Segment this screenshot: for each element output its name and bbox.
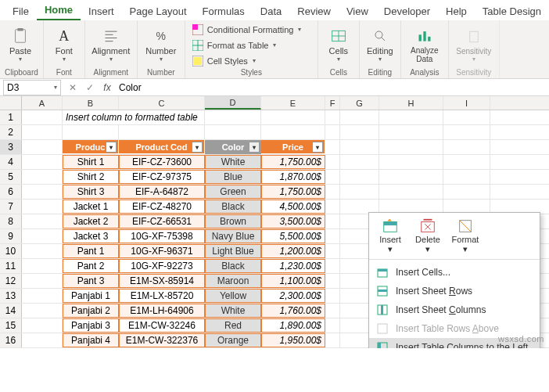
cell[interactable]	[443, 125, 490, 139]
cell[interactable]: EIF-CZ-48270	[119, 200, 205, 214]
cell[interactable]	[379, 170, 443, 184]
cell[interactable]	[443, 140, 490, 154]
cell[interactable]: Green	[205, 185, 261, 199]
cell[interactable]	[325, 244, 340, 258]
cell[interactable]: Blue	[205, 170, 261, 184]
cell[interactable]	[325, 125, 340, 139]
cell[interactable]: EIF-CZ-73600	[119, 155, 205, 169]
row-head[interactable]: 6	[0, 185, 22, 199]
select-all[interactable]	[0, 96, 22, 110]
cell[interactable]	[22, 229, 63, 243]
row-head[interactable]: 14	[0, 304, 22, 318]
cell[interactable]: Shirt 3	[63, 185, 119, 199]
cell[interactable]: 1,750.00$	[261, 155, 325, 169]
tab-view[interactable]: View	[339, 2, 376, 20]
col-head-G[interactable]: G	[340, 96, 379, 110]
cell[interactable]: Shirt 2	[63, 170, 119, 184]
cell[interactable]	[340, 140, 379, 154]
tab-formulas[interactable]: Formulas	[195, 2, 253, 20]
row-head[interactable]: 8	[0, 214, 22, 228]
conditional-formatting-button[interactable]: Conditional Formatting▾	[190, 23, 303, 37]
cell[interactable]	[443, 110, 490, 124]
row-head[interactable]: 1	[0, 110, 22, 124]
cell[interactable]: Navy Blue	[205, 229, 261, 243]
cell[interactable]	[22, 200, 63, 214]
col-head-I[interactable]: I	[443, 96, 490, 110]
cell[interactable]: E1M-SX-85914	[119, 274, 205, 288]
cell[interactable]: EIF-CZ-97375	[119, 170, 205, 184]
cell[interactable]: Pant 1	[63, 244, 119, 258]
cell[interactable]	[443, 185, 490, 199]
cell[interactable]	[325, 140, 340, 154]
cell[interactable]	[340, 155, 379, 169]
cell[interactable]: Red	[205, 318, 261, 333]
col-head-E[interactable]: E	[261, 96, 325, 110]
cell-styles-button[interactable]: Cell Styles▾	[190, 54, 303, 68]
cell[interactable]: Price▾	[261, 140, 325, 154]
cells-button[interactable]: Cells ▾	[323, 23, 354, 68]
cell[interactable]: Black	[205, 259, 261, 273]
cell[interactable]: 1,870.00$	[261, 170, 325, 184]
cell[interactable]	[443, 155, 490, 169]
cell[interactable]	[325, 170, 340, 184]
cell[interactable]: 1,230.00$	[261, 259, 325, 273]
cell[interactable]	[379, 185, 443, 199]
format-as-table-button[interactable]: Format as Table▾	[190, 38, 303, 52]
row-head[interactable]: 9	[0, 229, 22, 243]
row-head[interactable]: 10	[0, 244, 22, 258]
cell[interactable]	[22, 125, 63, 139]
cell[interactable]	[22, 333, 63, 347]
cell[interactable]	[325, 110, 340, 124]
tab-review[interactable]: Review	[289, 2, 339, 20]
insert-split-button[interactable]: Insert▾	[374, 218, 407, 254]
cell[interactable]	[119, 125, 205, 139]
cell[interactable]: E1M-LX-85720	[119, 289, 205, 303]
cell[interactable]: E1M-CW-322376	[119, 333, 205, 347]
filter-button[interactable]: ▾	[249, 142, 260, 153]
cell[interactable]	[22, 289, 63, 303]
cell[interactable]: Light Blue	[205, 244, 261, 258]
cell[interactable]: Jacket 3	[63, 229, 119, 243]
row-head[interactable]: 12	[0, 274, 22, 288]
row-head[interactable]: 15	[0, 318, 22, 333]
cell[interactable]: Insert column to formatted table	[63, 110, 119, 124]
chevron-down-icon[interactable]: ▾	[54, 84, 57, 91]
cell[interactable]	[325, 259, 340, 273]
formula-input[interactable]: Color	[119, 82, 142, 93]
cell[interactable]: 4,500.00$	[261, 200, 325, 214]
cell[interactable]: Orange	[205, 333, 261, 347]
cell[interactable]: 1,890.00$	[261, 318, 325, 333]
cell[interactable]: 10G-XF-96371	[119, 244, 205, 258]
row-head[interactable]: 3	[0, 140, 22, 154]
col-head-C[interactable]: C	[119, 96, 205, 110]
cell[interactable]: White	[205, 155, 261, 169]
cell[interactable]	[325, 185, 340, 199]
cell[interactable]: 1,750.00$	[261, 185, 325, 199]
cell[interactable]	[22, 140, 63, 154]
cell[interactable]: 10G-XF-92273	[119, 259, 205, 273]
cell[interactable]: 1,760.00$	[261, 304, 325, 318]
cell[interactable]	[205, 110, 261, 124]
tab-help[interactable]: Help	[438, 2, 475, 20]
cell[interactable]	[325, 333, 340, 347]
cell[interactable]	[325, 214, 340, 228]
enter-formula-button[interactable]: ✓	[83, 81, 97, 95]
cell[interactable]: 1,950.00$	[261, 333, 325, 347]
cell[interactable]: Maroon	[205, 274, 261, 288]
tab-page-layout[interactable]: Page Layout	[122, 2, 195, 20]
cell[interactable]	[22, 110, 63, 124]
row-head[interactable]: 16	[0, 333, 22, 347]
editing-button[interactable]: Editing ▾	[364, 23, 396, 68]
cell[interactable]: 3,500.00$	[261, 214, 325, 228]
cell[interactable]: Color▾	[205, 140, 261, 154]
cell[interactable]: Product Cod▾	[119, 140, 205, 154]
cell[interactable]: 2,300.00$	[261, 289, 325, 303]
cell[interactable]	[261, 125, 325, 139]
insert-sheet-rows-item[interactable]: Insert Sheet Rows	[369, 282, 540, 300]
cell[interactable]: Pant 3	[63, 274, 119, 288]
cell[interactable]	[379, 110, 443, 124]
row-head[interactable]: 2	[0, 125, 22, 139]
col-head-H[interactable]: H	[379, 96, 443, 110]
cell[interactable]	[22, 318, 63, 333]
cell[interactable]	[22, 214, 63, 228]
